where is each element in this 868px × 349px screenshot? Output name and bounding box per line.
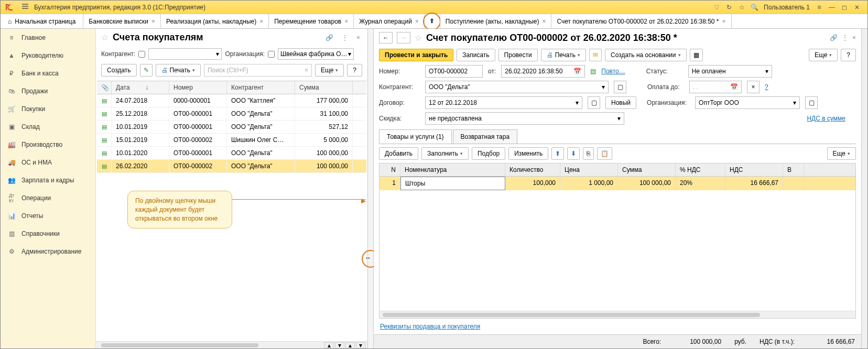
- sidebar-item-sales[interactable]: 🛍Продажи: [1, 82, 95, 100]
- subtab-items[interactable]: Товары и услуги (1): [379, 129, 452, 144]
- close-icon[interactable]: ✕: [851, 2, 863, 13]
- home-tab[interactable]: ⌂Начальная страница: [1, 14, 83, 28]
- write-button[interactable]: Записать: [457, 49, 495, 61]
- sidebar-item-production[interactable]: 🏭Производство: [1, 136, 95, 154]
- print-button[interactable]: 🖨Печать▾: [156, 64, 201, 77]
- counterparty-checkbox[interactable]: [138, 51, 145, 58]
- tab-bank-statements[interactable]: Банковские выписки×: [83, 14, 161, 28]
- clear-date-button[interactable]: ×: [747, 81, 760, 93]
- create-based-button[interactable]: Создать на основании▾: [605, 49, 687, 61]
- kebab-icon[interactable]: ⋮: [340, 34, 350, 41]
- number-field[interactable]: ОТ00-000002: [425, 65, 483, 78]
- table-row[interactable]: ▤ 15.01.2019 ОТ00-000002 Шишкин Олег С… …: [97, 134, 366, 147]
- discount-combo[interactable]: не предоставлена▾: [425, 112, 624, 125]
- tab-transfer[interactable]: Перемещение товаров×: [269, 14, 354, 28]
- tab-invoice[interactable]: Счет покупателю ОТ00-000002 от 26.02.202…: [551, 14, 731, 28]
- change-button[interactable]: Изменить: [508, 147, 548, 160]
- sidebar-item-main[interactable]: ≡Главное: [1, 29, 95, 47]
- sidebar-item-assets[interactable]: 🚚ОС и НМА: [1, 154, 95, 171]
- payment-help-link[interactable]: ?: [765, 83, 768, 91]
- menu-icon[interactable]: ≡: [813, 2, 826, 13]
- paste-button[interactable]: 📋: [597, 147, 612, 160]
- scrollbar-horizontal[interactable]: [379, 311, 855, 318]
- open-ref-button[interactable]: ▢: [588, 96, 600, 109]
- table-row[interactable]: ▤ 10.01.2019 ОТ00-000001 ООО "Дельта" 52…: [97, 121, 366, 134]
- more-button[interactable]: Еще▾: [809, 49, 838, 61]
- search-input[interactable]: Поиск (Ctrl+F)×: [204, 64, 312, 77]
- print-button[interactable]: 🖨Печать▾: [541, 49, 586, 61]
- window-scrollbar[interactable]: [861, 29, 867, 348]
- close-icon[interactable]: ×: [344, 18, 348, 25]
- doc-icon[interactable]: ▤: [590, 68, 596, 75]
- sidebar-item-admin[interactable]: ⚙Администрирование: [1, 243, 95, 260]
- favorite-icon[interactable]: ☆: [101, 32, 108, 42]
- org-combo[interactable]: ОптТорг ООО▾: [695, 96, 800, 109]
- relations-button[interactable]: ▦: [690, 49, 703, 61]
- move-up-button[interactable]: ⬆: [551, 147, 564, 160]
- tab-sales[interactable]: Реализация (акты, накладные)×: [161, 14, 269, 28]
- more-button[interactable]: Еще▾: [315, 64, 344, 77]
- favorite-icon[interactable]: ☆: [415, 33, 422, 43]
- close-pane-icon[interactable]: ×: [852, 34, 856, 41]
- bell-icon[interactable]: ♡: [710, 2, 723, 13]
- more-button[interactable]: Еще▾: [827, 147, 856, 160]
- col-sum[interactable]: Сумма: [618, 163, 676, 176]
- copy-button[interactable]: ✎: [140, 64, 153, 77]
- col-vat[interactable]: % НДС: [676, 163, 725, 176]
- table-row[interactable]: ▤ 10.01.2020 ОТ00-000001 ООО "Дельта" 10…: [97, 147, 366, 160]
- pin-icon[interactable]: [425, 14, 440, 28]
- help-button[interactable]: ?: [841, 49, 856, 61]
- col-agent[interactable]: Контрагент: [227, 81, 295, 94]
- counterparty-combo[interactable]: ▾: [148, 48, 222, 60]
- col-qty[interactable]: Количество: [505, 163, 560, 176]
- close-pane-icon[interactable]: ×: [354, 34, 362, 41]
- item-row[interactable]: 1 Шторы 100,000 1 000,00 100 000,00 20% …: [379, 177, 855, 190]
- sidebar-item-reports[interactable]: 📊Отчеты: [1, 207, 95, 225]
- contract-combo[interactable]: 12 от 20.12.2018▾: [425, 96, 582, 109]
- nav-forward-button[interactable]: →: [397, 32, 410, 43]
- col-number[interactable]: Номер: [169, 81, 227, 94]
- tab-journal[interactable]: Журнал операций×: [354, 14, 425, 28]
- sidebar-item-purchases[interactable]: 🛒Покупки: [1, 100, 95, 118]
- history-icon[interactable]: ↻: [723, 2, 735, 13]
- table-row[interactable]: ▤ 24.07.2018 0000-000001 ООО "Каттлея" 1…: [97, 94, 366, 107]
- table-row[interactable]: ▤ 25.12.2018 ОТ00-000001 ООО "Дельта" 31…: [97, 107, 366, 121]
- create-button[interactable]: Создать: [101, 64, 137, 77]
- sidebar-item-manager[interactable]: ▲Руководителю: [1, 47, 95, 64]
- star-icon[interactable]: ☆: [735, 2, 748, 13]
- col-all[interactable]: В: [783, 163, 804, 176]
- table-row[interactable]: ▤ 26.02.2020 ОТ00-000002 ООО "Дельта" 10…: [97, 160, 366, 173]
- copy-button[interactable]: ⎘: [583, 147, 594, 160]
- add-item-button[interactable]: Добавить: [379, 147, 418, 160]
- scrollbar-horizontal[interactable]: ▴▾▴▾: [96, 341, 367, 348]
- repeat-link[interactable]: Повто…: [601, 68, 625, 75]
- search-icon[interactable]: 🔍: [748, 2, 761, 13]
- maximize-icon[interactable]: ◻: [838, 2, 851, 13]
- org-combo[interactable]: Швейная фабрика О…▾: [278, 48, 354, 60]
- subtab-tare[interactable]: Возвратная тара: [453, 129, 518, 144]
- col-date[interactable]: Дата ↓: [112, 81, 169, 94]
- post-button[interactable]: Провести: [498, 49, 538, 61]
- status-combo[interactable]: Не оплачен▾: [688, 65, 772, 78]
- sidebar-item-catalogs[interactable]: ▥Справочники: [1, 225, 95, 243]
- move-down-button[interactable]: ⬇: [567, 147, 580, 160]
- mail-button[interactable]: ✉: [589, 49, 602, 61]
- close-icon[interactable]: ×: [151, 18, 155, 25]
- link-icon[interactable]: 🔗: [323, 34, 335, 41]
- pane-splitter[interactable]: ↔: [367, 29, 374, 348]
- new-contract-button[interactable]: Новый: [605, 96, 636, 109]
- pick-button[interactable]: Подбор: [472, 147, 505, 160]
- close-icon[interactable]: ×: [259, 18, 263, 25]
- requisites-link[interactable]: Реквизиты продавца и покупателя: [380, 323, 480, 330]
- sidebar-item-operations[interactable]: ДтКтОперации: [1, 189, 95, 207]
- help-button[interactable]: ?: [347, 64, 362, 77]
- sidebar-item-salary[interactable]: 👥Зарплата и кадры: [1, 171, 95, 189]
- post-close-button[interactable]: Провести и закрыть: [379, 49, 453, 61]
- tab-receipt[interactable]: Поступление (акты, накладные)×: [440, 14, 552, 28]
- payment-field[interactable]: . .📅: [689, 81, 742, 93]
- date-field[interactable]: 26.02.2020 16:38:50📅: [501, 65, 585, 78]
- nav-back-button[interactable]: ←: [379, 32, 393, 43]
- sidebar-item-warehouse[interactable]: ▣Склад: [1, 118, 95, 136]
- col-nomenclature[interactable]: Номенклатура: [400, 163, 505, 176]
- sidebar-item-bank[interactable]: ₽Банк и касса: [1, 64, 95, 82]
